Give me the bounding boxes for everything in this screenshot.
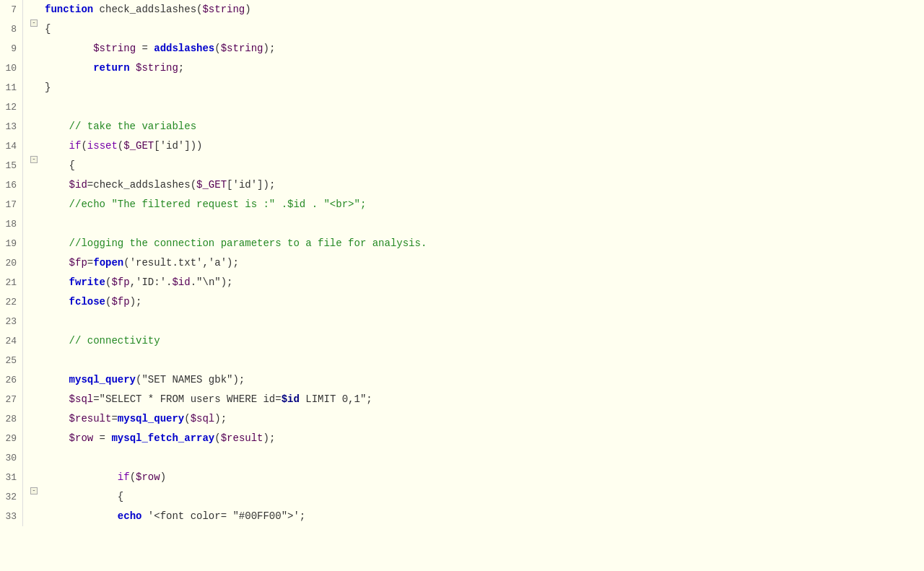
code-line-28: 28 $result=mysql_query($sql);: [0, 409, 924, 429]
line-num-33: 33: [0, 507, 23, 526]
line-num-7: 7: [0, 0, 23, 19]
line-num-10: 10: [0, 58, 23, 78]
code-line-29: 29 $row = mysql_fetch_array($result);: [0, 429, 924, 448]
code-line-10: 10 return $string;: [0, 58, 924, 78]
code-content-14: if(isset($_GET['id'])): [42, 136, 924, 156]
line-num-12: 12: [0, 97, 23, 117]
code-line-23: 23: [0, 312, 924, 331]
line-num-23: 23: [0, 312, 23, 331]
code-line-7: 7 function check_addslashes($string): [0, 0, 924, 19]
fold-gutter-8[interactable]: -: [29, 19, 39, 27]
code-line-9: 9 $string = addslashes($string);: [0, 39, 924, 58]
code-line-18: 18: [0, 214, 924, 234]
code-content-15: {: [42, 156, 924, 175]
line-num-27: 27: [0, 390, 23, 409]
code-content-17: //echo "The filtered request is :" .$id …: [42, 195, 924, 214]
line-num-29: 29: [0, 429, 23, 448]
code-content-22: fclose($fp);: [42, 292, 924, 312]
code-line-24: 24 // connectivity: [0, 331, 924, 351]
code-content-20: $fp=fopen('result.txt','a');: [42, 253, 924, 273]
line-num-13: 13: [0, 117, 23, 136]
line-num-31: 31: [0, 468, 23, 487]
line-num-9: 9: [0, 39, 23, 58]
code-line-22: 22 fclose($fp);: [0, 292, 924, 312]
line-num-32: 32: [0, 487, 23, 507]
code-line-26: 26 mysql_query("SET NAMES gbk");: [0, 370, 924, 390]
code-line-20: 20 $fp=fopen('result.txt','a');: [0, 253, 924, 273]
code-line-16: 16 $id=check_addslashes($_GET['id']);: [0, 175, 924, 195]
code-content-24: // connectivity: [42, 331, 924, 351]
code-editor: 7 function check_addslashes($string) 8 -…: [0, 0, 924, 571]
code-content-11: }: [42, 78, 924, 97]
line-num-17: 17: [0, 195, 23, 214]
code-line-21: 21 fwrite($fp,'ID:'.$id."\n");: [0, 273, 924, 292]
line-num-25: 25: [0, 351, 23, 370]
line-num-26: 26: [0, 370, 23, 390]
line-num-21: 21: [0, 273, 23, 292]
code-line-13: 13 // take the variables: [0, 117, 924, 136]
line-num-22: 22: [0, 292, 23, 312]
code-line-25: 25: [0, 351, 924, 370]
line-num-16: 16: [0, 175, 23, 195]
line-num-28: 28: [0, 409, 23, 429]
code-line-12: 12: [0, 97, 924, 117]
line-num-20: 20: [0, 253, 23, 273]
code-line-15: 15 - {: [0, 156, 924, 175]
line-num-18: 18: [0, 214, 23, 234]
code-content-16: $id=check_addslashes($_GET['id']);: [42, 175, 924, 195]
line-num-19: 19: [0, 234, 23, 253]
code-line-14: 14 if(isset($_GET['id'])): [0, 136, 924, 156]
code-line-8: 8 - {: [0, 19, 924, 39]
code-line-11: 11 }: [0, 78, 924, 97]
fold-gutter-15[interactable]: -: [29, 156, 39, 163]
code-content-29: $row = mysql_fetch_array($result);: [42, 429, 924, 448]
code-content-10: return $string;: [42, 58, 924, 78]
code-line-33: 33 echo '<font color= "#00FF00">';: [0, 507, 924, 526]
code-content-9: $string = addslashes($string);: [42, 39, 924, 58]
line-num-8: 8: [0, 19, 23, 39]
line-num-24: 24: [0, 331, 23, 351]
line-num-11: 11: [0, 78, 23, 97]
code-content-32: {: [42, 487, 924, 507]
line-num-14: 14: [0, 136, 23, 156]
code-line-31: 31 if($row): [0, 468, 924, 487]
code-line-30: 30: [0, 448, 924, 468]
code-content-8: {: [42, 19, 924, 39]
code-content-27: $sql="SELECT * FROM users WHERE id=$id L…: [42, 390, 924, 409]
code-content-19: //logging the connection parameters to a…: [42, 234, 924, 253]
fold-gutter-32[interactable]: -: [29, 487, 39, 494]
code-line-17: 17 //echo "The filtered request is :" .$…: [0, 195, 924, 214]
code-content-26: mysql_query("SET NAMES gbk");: [42, 370, 924, 390]
code-content-7: function check_addslashes($string): [42, 0, 924, 19]
code-content-21: fwrite($fp,'ID:'.$id."\n");: [42, 273, 924, 292]
code-content-28: $result=mysql_query($sql);: [42, 409, 924, 429]
code-line-32: 32 - {: [0, 487, 924, 507]
code-line-27: 27 $sql="SELECT * FROM users WHERE id=$i…: [0, 390, 924, 409]
code-line-19: 19 //logging the connection parameters t…: [0, 234, 924, 253]
code-content-31: if($row): [42, 468, 924, 487]
line-num-15: 15: [0, 156, 23, 175]
code-content-33: echo '<font color= "#00FF00">';: [42, 507, 924, 526]
line-num-30: 30: [0, 448, 23, 468]
code-content-13: // take the variables: [42, 117, 924, 136]
